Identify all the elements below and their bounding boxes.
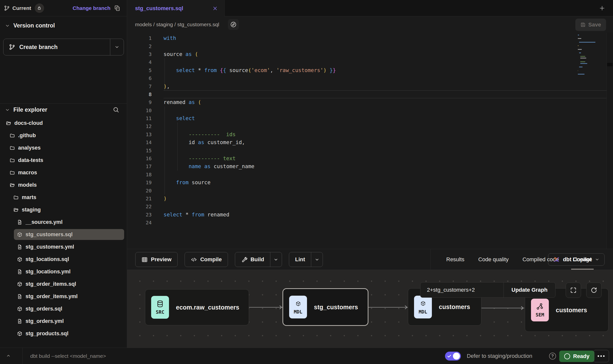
code-line-17[interactable]: 17 name as customer_name	[127, 162, 607, 170]
code-line-16[interactable]: 16 ---------- text	[127, 155, 607, 162]
code-line-22[interactable]: 22	[127, 203, 607, 210]
tree-item--github[interactable]: .github	[0, 129, 127, 142]
create-branch-main[interactable]: Create branch	[3, 39, 110, 55]
git-branch-icon	[9, 44, 15, 50]
code-line-3[interactable]: 3source as (	[127, 50, 607, 58]
lineage-node-ecom-raw-customers[interactable]: SRCecom.raw_customers	[145, 289, 249, 325]
code-line-11[interactable]: 11 select	[127, 114, 607, 122]
command-input[interactable]: dbt build --select <model_name>	[30, 353, 106, 359]
code-line-2[interactable]: 2	[127, 42, 607, 50]
tree-item-stg-order-items-sql[interactable]: stg_order_items.sql	[0, 278, 127, 290]
tree-item-stg-order-items-yml[interactable]: stg_order_items.yml	[0, 290, 127, 303]
tree-item-macros[interactable]: macros	[0, 166, 127, 179]
create-branch-dropdown[interactable]	[110, 39, 124, 55]
tree-item-label: macros	[18, 170, 37, 176]
tree-item-docs-cloud[interactable]: docs-cloud	[0, 117, 127, 129]
lineage-node-stg-customers[interactable]: MDLstg_customers	[282, 288, 368, 326]
file-explorer-header[interactable]: File explorer	[5, 106, 122, 113]
code-line-21[interactable]: 21)	[127, 195, 607, 203]
panel-tab-code-quality[interactable]: Code quality	[478, 249, 508, 270]
version-control-header[interactable]: Version control	[5, 22, 55, 29]
help-icon[interactable]: ?	[549, 353, 556, 360]
save-button[interactable]: Save	[575, 19, 606, 31]
compile-button[interactable]: Compile	[185, 252, 228, 267]
copy-icon[interactable]	[114, 5, 120, 11]
more-options-button[interactable]	[593, 350, 609, 362]
code-line-7[interactable]: 7),	[127, 82, 607, 90]
tree-item-stg-locations-yml[interactable]: stg_locations.yml	[0, 265, 127, 278]
minimap[interactable]	[578, 35, 606, 78]
close-icon[interactable]	[213, 6, 218, 11]
new-tab-plus-icon[interactable]	[599, 5, 605, 11]
lineage-selector-input[interactable]: 2+stg_customers+2	[420, 283, 503, 297]
tree-item-marts[interactable]: marts	[0, 191, 127, 204]
tab-stg-customers-sql[interactable]: stg_customers.sql	[127, 0, 225, 17]
tree-item-stg-customers-yml[interactable]: stg_customers.yml	[0, 241, 127, 253]
code-line-19[interactable]: 19 from source	[127, 179, 607, 186]
code-line-content: ---------- ids	[164, 130, 607, 138]
minimap-line	[578, 35, 579, 35]
code-line-1[interactable]: 1with	[127, 34, 607, 42]
code-line-10[interactable]: 10	[127, 106, 607, 114]
panel-tab-results[interactable]: Results	[446, 249, 464, 270]
tree-item-stg-locations-sql[interactable]: stg_locations.sql	[0, 253, 127, 265]
code-line-18[interactable]: 18	[127, 171, 607, 179]
code-line-15[interactable]: 15	[127, 146, 607, 154]
ide-navigate-button[interactable]	[228, 19, 239, 30]
ready-status-button[interactable]: Ready	[559, 351, 594, 362]
refresh-button[interactable]	[586, 283, 602, 298]
search-icon[interactable]	[113, 106, 119, 113]
fullscreen-button[interactable]	[566, 283, 581, 298]
code-line-20[interactable]: 20	[127, 186, 607, 194]
code-line-23[interactable]: 23select * from renamed	[127, 211, 607, 219]
code-line-14[interactable]: 14 id as customer_id,	[127, 138, 607, 146]
dbt-copilot-button[interactable]: dbt Copilot	[548, 253, 605, 266]
code-line-4[interactable]: 4	[127, 58, 607, 66]
tree-item-stg-orders-sql[interactable]: stg_orders.sql	[0, 303, 127, 315]
tree-item-data-tests[interactable]: data-tests	[0, 154, 127, 166]
tree-item--sources-yml[interactable]: __sources.yml	[0, 216, 127, 228]
compile-button-main[interactable]: Compile	[185, 252, 228, 267]
chevron-up-icon[interactable]	[5, 353, 11, 359]
tree-item-models[interactable]: models	[0, 179, 127, 191]
tree-item-label: staging	[22, 207, 41, 213]
dbt-copilot-label: dbt Copilot	[563, 256, 592, 263]
preview-label: Preview	[151, 256, 171, 263]
code-lines[interactable]: 1with23source as (45 select * from {{ so…	[127, 34, 607, 227]
build-dropdown[interactable]	[270, 252, 282, 267]
tree-item-stg-customers-sql[interactable]: stg_customers.sql	[0, 228, 127, 241]
sidebar: Current Change branch Version control	[0, 0, 127, 348]
code-editor[interactable]: 1with23source as (45 select * from {{ so…	[127, 33, 613, 249]
create-branch-button[interactable]: Create branch	[3, 39, 124, 55]
editor-scrollbar[interactable]	[607, 33, 613, 249]
lint-button[interactable]: Lint	[289, 252, 323, 267]
tree-item-stg-products-sql[interactable]: stg_products.sql	[0, 327, 127, 340]
build-button-main[interactable]: Build	[235, 252, 270, 267]
code-line-6[interactable]: 6	[127, 74, 607, 82]
build-button[interactable]: Build	[235, 252, 282, 267]
code-line-9[interactable]: 9renamed as (	[127, 98, 607, 106]
line-number: 19	[127, 180, 152, 185]
preview-button-main[interactable]: Preview	[136, 252, 177, 267]
code-line-13[interactable]: 13 ---------- ids	[127, 130, 607, 138]
lint-dropdown[interactable]	[311, 252, 323, 267]
node-label: customers	[556, 307, 587, 314]
lint-button-main[interactable]: Lint	[289, 252, 311, 267]
save-label: Save	[588, 22, 601, 28]
code-line-content	[164, 122, 607, 130]
cube-icon	[17, 282, 22, 287]
change-branch-link[interactable]: Change branch	[73, 5, 111, 11]
code-line-12[interactable]: 12	[127, 122, 607, 130]
code-line-5[interactable]: 5 select * from {{ source('ecom', 'raw_c…	[127, 66, 607, 74]
tree-item-analyses[interactable]: analyses	[0, 142, 127, 154]
code-line-8[interactable]: 8	[127, 90, 607, 98]
defer-toggle[interactable]	[445, 352, 461, 361]
tree-item-stg-orders-yml[interactable]: stg_orders.yml	[0, 315, 127, 327]
update-graph-button[interactable]: Update Graph	[504, 283, 555, 297]
badge-label: MDL	[419, 309, 427, 314]
code-line-24[interactable]: 24	[127, 219, 607, 227]
tree-item-staging[interactable]: staging	[0, 204, 127, 216]
lineage-panel[interactable]: SRCecom.raw_customersMDLstg_customersMDL…	[127, 270, 613, 348]
scrollbar-thumb[interactable]	[607, 63, 613, 66]
preview-button[interactable]: Preview	[135, 252, 178, 267]
